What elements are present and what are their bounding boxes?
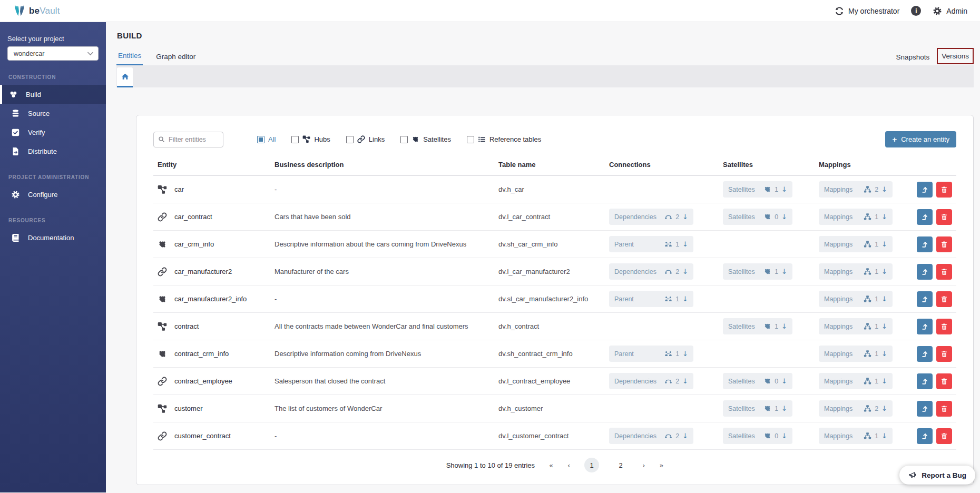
last-page-button[interactable]: »	[659, 461, 663, 469]
search-input[interactable]	[169, 136, 219, 143]
sidebar-item-build[interactable]: Build	[0, 85, 106, 104]
open-entity-button[interactable]	[917, 346, 933, 362]
open-entity-button[interactable]	[917, 319, 933, 334]
connections-pill[interactable]: Parent1↓	[609, 236, 693, 252]
open-entity-button[interactable]	[917, 264, 933, 280]
column-header-satellites: Satellites	[719, 156, 815, 176]
table-row: car_manufacturer2 Manufacturer of the ca…	[153, 258, 956, 285]
connections-pill[interactable]: Parent1↓	[609, 346, 693, 362]
mappings-pill[interactable]: Mappings1↓	[819, 428, 893, 444]
info-icon[interactable]: i	[911, 6, 921, 16]
delete-entity-button[interactable]	[936, 373, 952, 389]
arrow-down-icon: ↓	[682, 350, 688, 358]
previous-page-button[interactable]: ‹	[567, 461, 570, 469]
checkbox	[400, 136, 408, 143]
pill-label: Mappings	[824, 350, 852, 358]
mappings-pill[interactable]: Mappings1↓	[819, 236, 893, 252]
connections-pill[interactable]: Dependencies2↓	[609, 209, 693, 225]
sidebar-item-source[interactable]: Source	[0, 104, 106, 123]
report-a-bug-button[interactable]: Report a Bug	[899, 466, 975, 485]
open-entity-button[interactable]	[917, 401, 933, 417]
first-page-button[interactable]: «	[549, 461, 553, 469]
arrow-down-icon: ↓	[881, 213, 887, 221]
project-select[interactable]: wondercar	[7, 46, 99, 61]
filter-all-checkbox[interactable]: All	[257, 135, 276, 143]
satellites-pill[interactable]: Satellites0↓	[723, 373, 792, 389]
pill-label: Dependencies	[614, 378, 656, 385]
sidebar-item-documentation[interactable]: Documentation	[0, 228, 106, 247]
connections-pill[interactable]: Dependencies2↓	[609, 373, 693, 389]
snapshots-link[interactable]: Snapshots	[896, 53, 929, 61]
sidebar-item-configure[interactable]: Configure	[0, 185, 106, 204]
page-button-1[interactable]: 1	[584, 458, 599, 472]
mappings-pill[interactable]: Mappings1↓	[819, 291, 893, 307]
pagination-summary: Showing 1 to 10 of 19 entries	[446, 461, 535, 469]
delete-entity-button[interactable]	[936, 236, 952, 252]
page-button-2[interactable]: 2	[613, 458, 628, 472]
mappings-pill[interactable]: Mappings1↓	[819, 373, 893, 389]
connections-pill[interactable]: Parent1↓	[609, 291, 693, 307]
delete-entity-button[interactable]	[936, 428, 952, 444]
table-name: dv.sh_contract_crm_info	[494, 340, 605, 368]
delete-entity-button[interactable]	[936, 264, 952, 280]
delete-entity-button[interactable]	[936, 209, 952, 225]
delete-entity-button[interactable]	[936, 401, 952, 417]
pill-count: 1	[875, 350, 878, 358]
open-entity-button[interactable]	[917, 373, 933, 389]
satellites-pill[interactable]: Satellites1↓	[723, 263, 792, 280]
create-entity-button[interactable]: + Create an entity	[885, 131, 956, 147]
delete-entity-button[interactable]	[936, 291, 952, 307]
mappings-pill[interactable]: Mappings2↓	[819, 181, 893, 198]
delete-entity-button[interactable]	[936, 182, 952, 198]
mappings-pill[interactable]: Mappings1↓	[819, 209, 893, 225]
filter-satellites-checkbox[interactable]: Satellites	[400, 135, 451, 143]
table-name: dv.sh_car_crm_info	[494, 231, 605, 258]
open-entity-button[interactable]	[917, 428, 933, 444]
satellites-pill[interactable]: Satellites1↓	[723, 318, 792, 334]
arrow-down-icon: ↓	[682, 268, 688, 275]
sidebar-item-verify[interactable]: Verify	[0, 123, 106, 142]
tab-graph-editor[interactable]: Graph editor	[154, 53, 197, 65]
hub-icon	[302, 135, 310, 143]
satellites-pill[interactable]: Satellites1↓	[723, 181, 792, 198]
arrow-down-icon: ↓	[881, 350, 887, 358]
entity-name: contract	[174, 322, 199, 330]
open-entity-button[interactable]	[917, 182, 933, 198]
arrow-down-icon: ↓	[682, 295, 688, 303]
filter-hubs-checkbox[interactable]: Hubs	[291, 135, 330, 143]
mappings-pill[interactable]: Mappings1↓	[819, 318, 893, 334]
filter-reference-tables-checkbox[interactable]: Reference tables	[467, 135, 541, 143]
pill-label: Satellites	[728, 378, 755, 385]
report-a-bug-label: Report a Bug	[922, 471, 966, 479]
table-name: dv.sl_car_manufacturer2_info	[494, 285, 605, 313]
column-header-connections: Connections	[605, 156, 719, 176]
sitemap-icon	[864, 240, 871, 248]
connections-pill[interactable]: Dependencies2↓	[609, 263, 693, 280]
filter-links-checkbox[interactable]: Links	[346, 135, 385, 143]
satellites-pill[interactable]: Satellites1↓	[723, 400, 792, 417]
delete-entity-button[interactable]	[936, 346, 952, 362]
next-page-button[interactable]: ›	[642, 461, 645, 469]
home-tab[interactable]	[117, 67, 133, 87]
delete-entity-button[interactable]	[936, 319, 952, 334]
mappings-pill[interactable]: Mappings2↓	[819, 400, 893, 417]
my-orchestrator-link[interactable]: My orchestrator	[835, 6, 899, 16]
sidebar-item-distribute[interactable]: Distribute	[0, 142, 106, 161]
sitemap-icon	[864, 213, 871, 221]
my-orchestrator-label: My orchestrator	[848, 7, 899, 15]
tab-entities[interactable]: Entities	[116, 52, 143, 65]
connections-pill[interactable]: Dependencies2↓	[609, 428, 693, 444]
section-title-resources: RESOURCES	[8, 218, 97, 223]
versions-link[interactable]: Versions	[942, 52, 969, 60]
open-entity-button[interactable]	[917, 291, 933, 307]
satellites-pill[interactable]: Satellites0↓	[723, 428, 792, 444]
mappings-pill[interactable]: Mappings1↓	[819, 346, 893, 362]
mappings-pill[interactable]: Mappings1↓	[819, 263, 893, 280]
satellites-pill[interactable]: Satellites0↓	[723, 209, 792, 225]
home-icon	[121, 73, 129, 81]
pill-count: 1	[875, 295, 878, 303]
open-entity-button[interactable]	[917, 236, 933, 252]
open-entity-button[interactable]	[917, 209, 933, 225]
admin-menu[interactable]: Admin	[933, 6, 967, 16]
filter-label: Reference tables	[489, 135, 541, 143]
